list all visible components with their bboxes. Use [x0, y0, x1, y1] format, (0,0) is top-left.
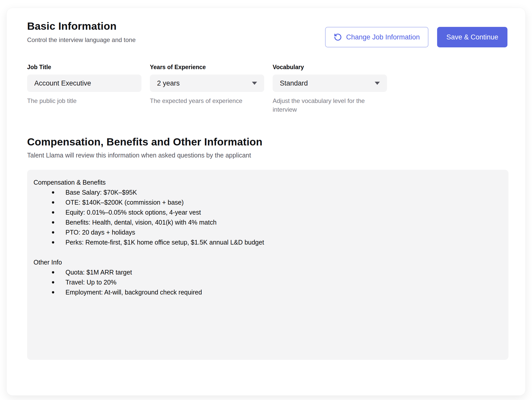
rotate-ccw-icon: [334, 33, 342, 41]
list-item: Base Salary: $70K–$95K: [34, 187, 498, 197]
job-title-input-wrapper: [27, 75, 141, 92]
page-title: Basic Information: [27, 20, 136, 32]
job-title-input[interactable]: [34, 79, 134, 87]
list-item: Perks: Remote-first, $1K home office set…: [34, 237, 498, 247]
page-subtitle: Control the interview language and tone: [27, 36, 136, 44]
save-continue-button[interactable]: Save & Continue: [437, 27, 507, 47]
header-text: Basic Information Control the interview …: [27, 20, 136, 44]
list-item: PTO: 20 days + holidays: [34, 227, 498, 237]
notes-other-heading: Other Info: [34, 257, 498, 267]
list-item: Employment: At-will, background check re…: [34, 287, 498, 297]
header: Basic Information Control the interview …: [27, 20, 507, 47]
notes-blank-line: [34, 247, 498, 257]
experience-selected-value: 2 years: [157, 79, 180, 87]
chevron-down-icon: [375, 82, 380, 85]
job-title-helper: The public job title: [27, 97, 141, 105]
compensation-section-title: Compensation, Benefits and Other Informa…: [27, 136, 507, 148]
list-item: Equity: 0.01%–0.05% stock options, 4-yea…: [34, 207, 498, 217]
experience-select[interactable]: 2 years: [150, 75, 264, 92]
vocabulary-label: Vocabulary: [273, 64, 387, 71]
save-continue-label: Save & Continue: [446, 33, 498, 41]
compensation-notes-editor[interactable]: Compensation & Benefits Base Salary: $70…: [27, 170, 508, 360]
change-job-information-button[interactable]: Change Job Information: [325, 27, 428, 47]
job-title-field-group: Job Title The public job title: [27, 64, 141, 114]
compensation-section-header: Compensation, Benefits and Other Informa…: [27, 136, 507, 159]
list-item: Benefits: Health, dental, vision, 401(k)…: [34, 217, 498, 227]
experience-field-group: Years of Experience 2 years The expected…: [150, 64, 264, 114]
basic-information-card: Basic Information Control the interview …: [6, 8, 526, 396]
change-job-information-label: Change Job Information: [346, 33, 420, 41]
vocabulary-selected-value: Standard: [280, 79, 308, 87]
basic-fields-row: Job Title The public job title Years of …: [27, 64, 507, 114]
compensation-section-subtitle: Talent Llama will review this informatio…: [27, 152, 507, 159]
header-actions: Change Job Information Save & Continue: [325, 27, 507, 47]
notes-comp-list: Base Salary: $70K–$95K OTE: $140K–$200K …: [34, 187, 498, 247]
list-item: OTE: $140K–$200K (commission + base): [34, 197, 498, 207]
experience-helper: The expected years of experience: [150, 97, 264, 105]
experience-label: Years of Experience: [150, 64, 264, 71]
vocabulary-helper: Adjust the vocabulary level for the inte…: [273, 97, 387, 114]
vocabulary-select[interactable]: Standard: [273, 75, 387, 92]
list-item: Travel: Up to 20%: [34, 277, 498, 287]
notes-comp-heading: Compensation & Benefits: [34, 177, 498, 187]
chevron-down-icon: [252, 82, 257, 85]
job-title-label: Job Title: [27, 64, 141, 71]
list-item: Quota: $1M ARR target: [34, 267, 498, 277]
vocabulary-field-group: Vocabulary Standard Adjust the vocabular…: [273, 64, 387, 114]
notes-other-list: Quota: $1M ARR target Travel: Up to 20% …: [34, 267, 498, 297]
